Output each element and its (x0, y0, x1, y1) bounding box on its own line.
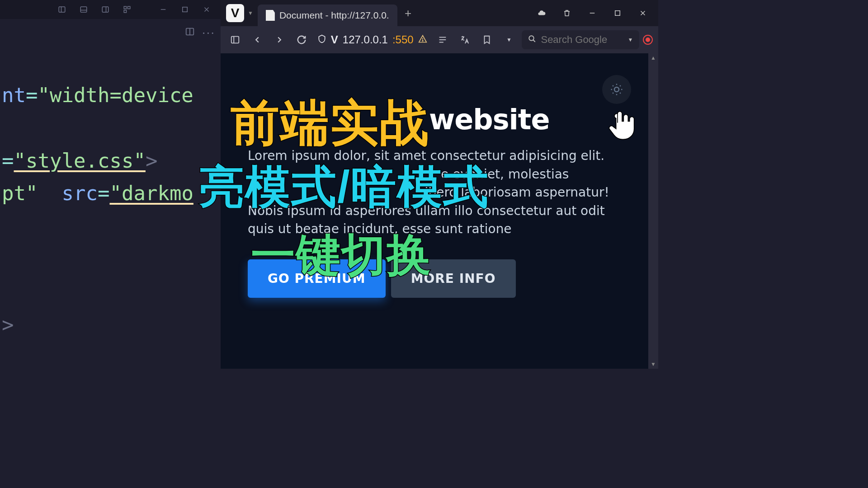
forward-button[interactable] (270, 30, 289, 49)
search-field[interactable]: ▼ (522, 30, 639, 49)
cursor-hand-icon (604, 104, 640, 145)
new-tab-button[interactable]: + (400, 5, 416, 21)
svg-rect-2 (80, 7, 87, 12)
svg-rect-19 (231, 37, 239, 43)
scroll-down-icon[interactable]: ▼ (648, 360, 658, 369)
demo-page: Hero Demo website Lorem ipsum dolor, sit… (221, 53, 648, 298)
split-right-icon[interactable] (95, 0, 116, 19)
chevron-down-icon[interactable]: ▼ (500, 30, 519, 49)
svg-point-28 (614, 87, 619, 92)
close-button[interactable] (633, 4, 653, 22)
split-bottom-icon[interactable] (73, 0, 94, 19)
maximize-button[interactable] (175, 0, 195, 19)
address-port: :550 (392, 33, 414, 46)
svg-rect-0 (59, 7, 65, 12)
scroll-up-icon[interactable]: ▲ (648, 53, 658, 62)
svg-rect-16 (615, 11, 620, 16)
search-input[interactable] (541, 34, 622, 46)
translate-icon[interactable] (456, 30, 474, 49)
layout-grid-icon[interactable] (117, 0, 137, 19)
close-button[interactable] (196, 0, 217, 19)
hero-paragraph: Lorem ipsum dolor, sit amet consectetur … (248, 147, 621, 239)
svg-rect-6 (124, 6, 126, 9)
warning-icon (418, 33, 427, 46)
more-info-button[interactable]: MORE INFO (391, 259, 516, 298)
back-button[interactable] (248, 30, 267, 49)
svg-rect-8 (124, 10, 126, 13)
split-left-icon[interactable] (52, 0, 72, 19)
split-editor-icon[interactable] (185, 27, 195, 38)
more-icon[interactable]: ··· (202, 25, 215, 40)
svg-point-26 (529, 36, 534, 41)
window-controls (532, 4, 658, 22)
address-host: 127.0.0.1 (343, 33, 388, 46)
reader-mode-icon[interactable] (434, 30, 452, 49)
record-icon[interactable] (643, 35, 653, 45)
trash-icon[interactable] (557, 4, 577, 22)
svg-rect-7 (128, 6, 130, 9)
tab-title: Document - http://127.0.0. (279, 10, 389, 21)
minimize-button[interactable] (153, 0, 174, 19)
code-token: nt (2, 84, 26, 107)
svg-line-27 (533, 40, 536, 42)
vivaldi-app-icon[interactable]: V (226, 4, 244, 22)
browser-toolbar: V 127.0.0.1:550 ▼ ▼ (221, 26, 658, 53)
svg-line-36 (620, 85, 621, 86)
theme-toggle-button[interactable] (602, 75, 631, 104)
browser-window: V ▼ Document - http://127.0.0. + V 127.0… (221, 0, 658, 369)
bookmark-icon[interactable] (478, 30, 496, 49)
svg-rect-4 (102, 7, 108, 12)
svg-line-33 (613, 85, 613, 86)
sun-icon (610, 83, 623, 96)
svg-rect-10 (183, 7, 188, 12)
tab-favicon-icon (266, 10, 275, 21)
vivaldi-badge-icon: V (331, 33, 338, 46)
address-bar[interactable]: V 127.0.0.1:550 (315, 33, 430, 46)
browser-tab[interactable]: Document - http://127.0.0. (258, 5, 397, 26)
search-icon (528, 35, 536, 45)
cloud-sync-icon[interactable] (532, 4, 552, 22)
app-menu-dropdown-icon[interactable]: ▼ (248, 10, 253, 16)
browser-titlebar: V ▼ Document - http://127.0.0. + (221, 0, 658, 26)
go-premium-button[interactable]: GO PREMIUM (248, 259, 386, 298)
svg-line-35 (613, 93, 613, 94)
reload-button[interactable] (292, 30, 311, 49)
editor-tab-toolbar: ··· (0, 19, 221, 46)
hero-title: Hero Demo website (248, 103, 621, 136)
search-engine-dropdown-icon[interactable]: ▼ (628, 37, 633, 43)
minimize-button[interactable] (582, 4, 602, 22)
maximize-button[interactable] (608, 4, 627, 22)
code-editor[interactable]: nt="width=device ="style.css"> pt" src="… (0, 46, 221, 369)
page-viewport: Hero Demo website Lorem ipsum dolor, sit… (221, 53, 658, 369)
scrollbar[interactable]: ▲ ▼ (648, 53, 658, 369)
svg-line-34 (620, 93, 621, 94)
shield-icon (317, 33, 326, 46)
panel-toggle-icon[interactable] (226, 30, 245, 49)
hero-button-row: GO PREMIUM MORE INFO (248, 259, 621, 298)
editor-window: ··· nt="width=device ="style.css"> pt" s… (0, 0, 221, 369)
editor-titlebar (0, 0, 221, 19)
svg-point-22 (422, 40, 423, 41)
